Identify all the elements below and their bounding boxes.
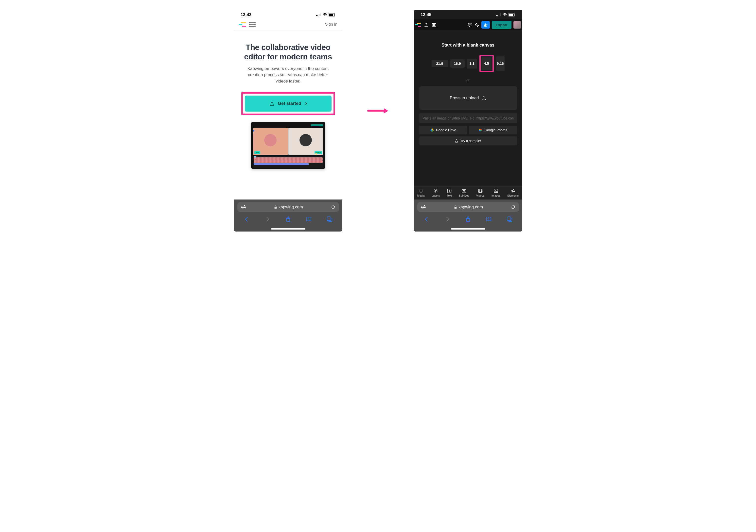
svg-rect-12	[498, 15, 498, 16]
text-size-icon[interactable]: ᴀA	[421, 204, 426, 210]
ratio-4-5[interactable]: 4:5	[482, 57, 492, 70]
svg-rect-13	[499, 14, 500, 16]
canvas-icon[interactable]	[432, 22, 437, 27]
svg-rect-7	[274, 207, 277, 209]
sign-in-link[interactable]: Sign In	[325, 22, 338, 27]
tabs-icon[interactable]	[326, 216, 333, 222]
add-user-button[interactable]	[481, 21, 490, 29]
tabs-icon[interactable]	[506, 216, 513, 222]
svg-rect-0	[316, 15, 317, 16]
canvas-title: Start with a blank canvas	[442, 43, 495, 48]
editor-bottom-tabs: Media Layers Text Subtitles Videos Image…	[414, 186, 522, 199]
or-separator: or	[466, 78, 469, 82]
svg-rect-14	[500, 13, 500, 16]
lock-icon	[454, 205, 457, 209]
hero-subtitle: Kapwing empowers everyone in the content…	[241, 65, 335, 85]
bookmarks-icon[interactable]	[486, 216, 492, 222]
svg-rect-11	[496, 15, 497, 16]
svg-point-21	[484, 23, 486, 25]
tab-elements[interactable]: Elements	[507, 189, 519, 197]
safari-chrome: ᴀA kapwing.com	[414, 199, 522, 232]
ratio-9-16[interactable]: 9:16	[496, 56, 504, 71]
ratio-16-9[interactable]: 16:9	[450, 59, 465, 68]
editor-preview-image: Jack Grace	[251, 122, 325, 169]
user-avatar[interactable]	[513, 21, 521, 29]
cta-highlight: Get started	[241, 92, 335, 115]
upload-area[interactable]: Press to upload	[419, 86, 517, 110]
home-indicator[interactable]	[451, 228, 485, 230]
aspect-ratio-row: 21:9 16:9 1:1 4:5 9:16	[432, 55, 504, 72]
status-bar: 12:45	[414, 10, 522, 19]
svg-rect-28	[454, 207, 456, 209]
svg-rect-25	[494, 189, 498, 192]
address-bar[interactable]: ᴀA kapwing.com	[237, 202, 339, 212]
landing-header: Sign In	[234, 19, 342, 31]
svg-rect-1	[317, 15, 318, 16]
status-time: 12:42	[241, 12, 252, 17]
svg-rect-23	[462, 190, 466, 192]
status-time: 12:45	[421, 12, 431, 17]
tab-subtitles[interactable]: Subtitles	[459, 189, 469, 197]
flask-icon	[455, 139, 458, 143]
svg-rect-6	[335, 14, 335, 15]
svg-rect-9	[327, 217, 331, 220]
svg-rect-24	[478, 189, 482, 192]
google-photos-button[interactable]: Google Photos	[469, 126, 517, 135]
ratio-highlight: 4:5	[479, 55, 494, 72]
svg-rect-3	[320, 13, 321, 16]
status-icons	[496, 13, 515, 16]
back-icon[interactable]	[423, 216, 430, 222]
home-indicator[interactable]	[271, 228, 306, 230]
refresh-icon[interactable]	[511, 205, 515, 209]
forward-icon	[264, 216, 271, 222]
forward-icon	[444, 216, 450, 222]
address-bar[interactable]: ᴀA kapwing.com	[417, 202, 519, 212]
share-icon[interactable]	[465, 216, 471, 222]
svg-rect-17	[515, 14, 515, 15]
svg-rect-19	[433, 24, 435, 26]
kapwing-logo[interactable]	[415, 23, 421, 27]
tab-media[interactable]: Media	[417, 189, 425, 197]
kapwing-logo[interactable]	[239, 22, 246, 27]
url-input[interactable]	[419, 113, 517, 123]
cta-label: Get started	[278, 101, 301, 106]
comment-icon[interactable]	[468, 22, 472, 27]
share-icon[interactable]	[285, 216, 291, 222]
ratio-1-1[interactable]: 1:1	[467, 59, 477, 68]
export-button[interactable]: Export	[492, 21, 511, 29]
svg-rect-30	[507, 217, 511, 220]
domain-text: kapwing.com	[279, 205, 303, 210]
upload-icon	[481, 95, 486, 100]
status-bar: 12:42	[234, 10, 342, 19]
svg-point-26	[495, 190, 496, 191]
try-sample-button[interactable]: Try a sample!	[419, 137, 517, 145]
upload-icon	[269, 101, 274, 106]
svg-rect-16	[509, 14, 513, 16]
tab-images[interactable]: Images	[492, 189, 500, 197]
back-icon[interactable]	[244, 216, 250, 222]
domain-text: kapwing.com	[458, 205, 483, 210]
tab-text[interactable]: Text	[447, 189, 452, 197]
hamburger-menu-icon[interactable]	[249, 22, 256, 27]
get-started-button[interactable]: Get started	[245, 95, 332, 112]
svg-rect-5	[329, 14, 333, 16]
editor-toolbar: Export	[414, 19, 522, 30]
chevron-right-icon	[304, 102, 307, 105]
svg-rect-2	[319, 14, 319, 16]
status-icons	[316, 13, 336, 16]
tab-videos[interactable]: Videos	[476, 189, 484, 197]
lock-icon	[274, 205, 277, 209]
safari-chrome: ᴀA kapwing.com	[234, 199, 342, 232]
text-size-icon[interactable]: ᴀA	[241, 204, 246, 210]
refresh-icon[interactable]	[331, 205, 336, 209]
transition-arrow	[367, 107, 389, 114]
tab-layers[interactable]: Layers	[432, 189, 440, 197]
gear-icon[interactable]	[474, 22, 479, 27]
upload-label: Press to upload	[449, 95, 479, 100]
google-drive-button[interactable]: Google Drive	[419, 126, 467, 135]
hero-title: The collaborative video editor for moder…	[241, 43, 335, 62]
bookmarks-icon[interactable]	[306, 216, 312, 222]
upload-icon[interactable]	[424, 22, 429, 27]
svg-rect-20	[468, 23, 472, 26]
ratio-21-9[interactable]: 21:9	[432, 60, 448, 67]
